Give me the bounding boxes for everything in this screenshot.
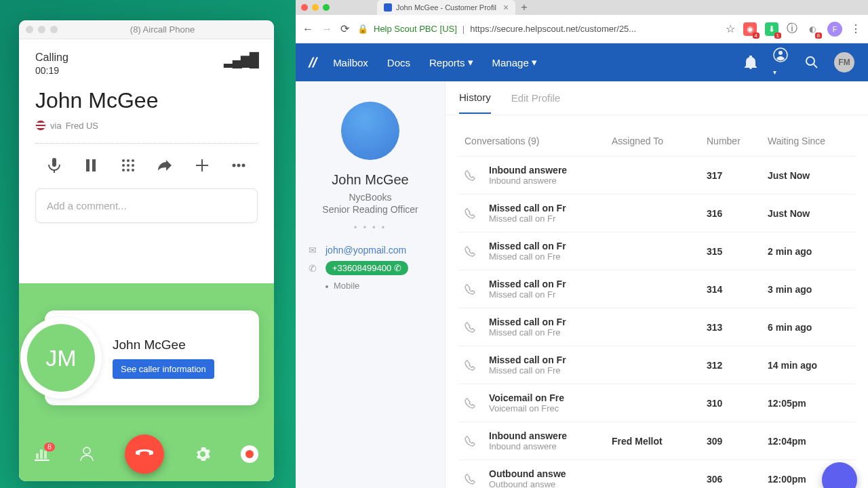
table-row[interactable]: Inbound answereInbound answereFred Mello… xyxy=(458,422,856,460)
activity-button[interactable]: 8 xyxy=(35,447,50,462)
add-button[interactable] xyxy=(189,152,216,179)
hold-button[interactable] xyxy=(77,152,104,179)
minimize-browser-dot[interactable] xyxy=(312,4,319,11)
close-browser-dot[interactable] xyxy=(301,4,308,11)
browser-menu-button[interactable]: ⋮ xyxy=(850,22,861,35)
table-row[interactable]: Missed call on FrMissed call on Fre3152 … xyxy=(458,232,856,270)
customer-phone-row[interactable]: ✆ +33608499400 ✆ xyxy=(307,261,434,275)
extension-1-icon[interactable]: ◉4 xyxy=(743,22,757,36)
table-row[interactable]: Missed call on FrMissed call on Fre31214… xyxy=(458,346,856,384)
conversation-subtitle: Outbound answe xyxy=(489,479,591,488)
table-row[interactable]: Missed call on FrMissed call on Fr316Jus… xyxy=(458,195,856,232)
table-header: Conversations (9) Assigned To Number Wai… xyxy=(458,136,856,157)
helpscout-logo[interactable]: // xyxy=(307,55,319,70)
extension-2-icon[interactable]: ⬇1 xyxy=(765,22,778,36)
dialpad-icon xyxy=(122,159,134,171)
call-timer: 00:19 xyxy=(35,65,68,76)
search-button[interactable] xyxy=(806,56,818,68)
svg-point-17 xyxy=(778,51,783,55)
conversation-subtitle: Inbound answere xyxy=(489,176,591,186)
via-line-name: Fred US xyxy=(66,121,98,131)
conversation-subtitle: Missed call on Fr xyxy=(489,214,591,224)
search-icon xyxy=(806,56,818,68)
comment-input[interactable]: Add a comment... xyxy=(35,188,258,223)
settings-button[interactable] xyxy=(195,447,210,462)
browser-profile-avatar[interactable]: F xyxy=(827,22,842,37)
record-button[interactable] xyxy=(241,445,258,463)
aircall-window-title: (8) Aircall Phone xyxy=(58,24,267,35)
conversation-subtitle: Voicemail on Frec xyxy=(489,403,591,413)
table-row[interactable]: Missed call on FrMissed call on Fre3136 … xyxy=(458,308,856,346)
browser-tab-strip: John McGee - Customer Profil × + xyxy=(296,0,868,15)
table-row[interactable]: Missed call on FrMissed call on Fr3143 m… xyxy=(458,270,856,308)
svg-point-18 xyxy=(806,57,814,65)
tab-history[interactable]: History xyxy=(459,82,491,114)
nav-mailbox[interactable]: Mailbox xyxy=(333,56,368,68)
browser-tab[interactable]: John McGee - Customer Profil × xyxy=(377,0,515,15)
nav-docs[interactable]: Docs xyxy=(387,56,410,68)
table-row[interactable]: Inbound answereInbound answere317Just No… xyxy=(458,157,856,195)
conversation-number: 316 xyxy=(707,208,768,219)
new-tab-button[interactable]: + xyxy=(521,1,527,14)
reload-button[interactable]: ⟳ xyxy=(340,22,349,35)
user-avatar[interactable]: FM xyxy=(834,52,854,73)
account-menu-button[interactable]: ▾ xyxy=(773,47,789,78)
tab-close-button[interactable]: × xyxy=(503,2,509,13)
customer-email: john@yopmail.com xyxy=(326,245,406,256)
url-text: https://secure.helpscout.net/customer/25… xyxy=(470,24,636,34)
tab-title: John McGee - Customer Profil xyxy=(396,3,496,12)
conversation-subtitle: Missed call on Fre xyxy=(489,251,591,262)
mute-button[interactable] xyxy=(41,152,68,179)
svg-point-12 xyxy=(237,164,240,167)
separator xyxy=(35,143,258,144)
table-row[interactable]: Voicemail on FreVoicemail on Frec31012:0… xyxy=(458,384,856,422)
svg-point-10 xyxy=(132,169,134,171)
conversation-waiting: 2 min ago xyxy=(768,246,849,257)
more-button[interactable] xyxy=(225,152,252,179)
nav-manage[interactable]: Manage ▾ xyxy=(492,56,537,68)
conversation-waiting: 6 min ago xyxy=(768,322,849,333)
table-row[interactable]: Outbound answeOutbound answe30612:00pm xyxy=(458,460,856,488)
info-icon[interactable]: ⓘ xyxy=(787,22,797,36)
contacts-button[interactable] xyxy=(80,447,94,462)
customer-sidebar: John McGee NycBooks Senior Reading Offic… xyxy=(296,81,445,488)
conversation-waiting: 12:04pm xyxy=(768,436,849,447)
browser-traffic-lights[interactable] xyxy=(301,4,330,11)
caller-avatar-wrap: JM xyxy=(20,317,102,399)
call-icon xyxy=(465,284,489,295)
minimize-window-dot[interactable] xyxy=(38,26,45,33)
conversation-title: Missed call on Fr xyxy=(489,317,591,327)
window-traffic-lights[interactable] xyxy=(26,26,58,33)
close-window-dot[interactable] xyxy=(26,26,33,33)
maximize-window-dot[interactable] xyxy=(50,26,58,33)
tab-edit-profile[interactable]: Edit Profile xyxy=(511,83,561,113)
bookmark-button[interactable]: ☆ xyxy=(726,22,735,35)
nav-reports[interactable]: Reports ▾ xyxy=(429,56,473,68)
ext1-badge: 4 xyxy=(753,33,760,39)
aircall-phone-window: (8) Aircall Phone Calling 00:19 ▂▄▆█ Joh… xyxy=(19,20,274,481)
maximize-browser-dot[interactable] xyxy=(323,4,330,11)
extension-3-icon[interactable]: ◐8 xyxy=(806,22,819,36)
plus-icon xyxy=(196,159,208,171)
svg-point-9 xyxy=(127,169,130,171)
conversation-number: 312 xyxy=(707,360,768,371)
back-button[interactable]: ← xyxy=(302,23,313,35)
url-bar[interactable]: 🔒 Help Scout PBC [US] | https://secure.h… xyxy=(357,24,717,34)
customer-main: History Edit Profile Conversations (9) A… xyxy=(445,81,868,488)
conversation-title: Inbound answere xyxy=(489,165,591,176)
hangup-button[interactable] xyxy=(125,434,164,474)
profile-more-button[interactable]: • • • • xyxy=(354,223,387,232)
svg-rect-14 xyxy=(35,460,50,461)
customer-email-row[interactable]: ✉ john@yopmail.com xyxy=(307,245,434,256)
transfer-button[interactable] xyxy=(151,152,178,179)
conversation-waiting: Just Now xyxy=(768,170,849,181)
keypad-button[interactable] xyxy=(115,152,142,179)
see-caller-info-button[interactable]: See caller information xyxy=(113,359,214,379)
svg-point-5 xyxy=(122,164,125,167)
conversation-assigned: Fred Mellot xyxy=(612,436,707,447)
phone-type-label: Mobile xyxy=(326,281,434,291)
notifications-button[interactable] xyxy=(745,56,757,69)
forward-button[interactable]: → xyxy=(321,23,332,35)
customer-phone-pill[interactable]: +33608499400 ✆ xyxy=(326,261,408,275)
svg-point-8 xyxy=(122,169,125,171)
